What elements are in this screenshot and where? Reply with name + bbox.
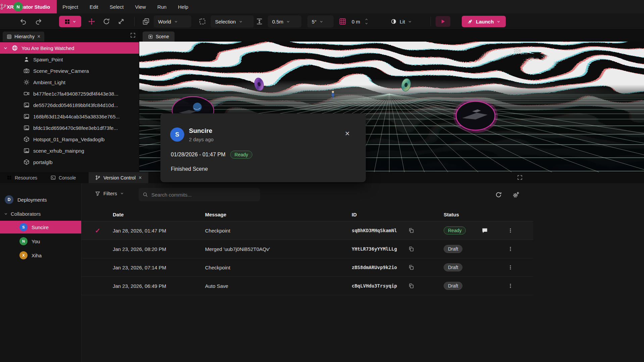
tree-item-spawn-point[interactable]: Spawn_Point [0,54,139,65]
step-up-icon[interactable] [365,18,368,21]
tab-console[interactable]: Console [44,172,83,183]
status-badge: Ready [230,151,252,159]
menu-project[interactable]: Project [57,0,84,13]
collaborators-header[interactable]: Collaborators [0,207,81,220]
commit-row[interactable]: Jan 23, 2026, 07:14 PM Checkpoint zBS8dm… [82,258,533,277]
scale-tool-button[interactable] [117,18,125,25]
cube-icon [23,159,30,165]
refresh-icon[interactable] [495,191,502,198]
view-layout-button[interactable] [59,16,81,27]
tab-console-label: Console [59,175,76,180]
commit-row[interactable]: Jan 23, 2026, 08:20 PM Merged 'uub7j0NiB… [82,240,533,258]
chevron-down-icon [72,20,76,23]
column-id: ID [352,212,357,217]
tree-item-image-asset[interactable]: 168bf63d124b44cab345a38336e765... [0,111,139,122]
tree-item-scene-root[interactable]: You Are Being Watched [0,42,139,54]
scene-settings-gear-icon[interactable] [513,46,522,55]
menu-help[interactable]: Help [172,0,194,13]
expand-icon[interactable] [130,33,136,38]
selection-mode-dropdown[interactable]: Selection [211,15,254,28]
move-tool-button[interactable] [88,18,95,25]
menu-select[interactable]: Select [104,0,130,13]
close-icon[interactable]: × [37,34,40,39]
tree-item-ambient-light[interactable]: Ambient_Light [0,76,139,88]
tab-hierarchy[interactable]: Hierarchy × [3,32,44,42]
close-icon[interactable]: × [139,175,142,180]
commit-date: Jan 23, 2026, 08:20 PM [113,246,166,252]
collaborator-suncire[interactable]: S Suncire [0,221,81,234]
chevron-down-icon[interactable] [3,46,8,50]
lit-mode-dropdown[interactable]: Lit [391,15,412,28]
commit-row[interactable]: Jan 23, 2026, 06:49 PM Auto Save cBqLVHd… [82,277,533,295]
grid-offset-stepper[interactable]: 0 m [352,15,368,28]
tree-item-video-asset[interactable]: b477fee1c7fa494087259df4f443e38... [0,88,139,99]
snap-distribute-icon[interactable] [256,18,263,25]
tree-item-portal[interactable]: portalglb [0,156,139,168]
tab-resources[interactable]: Resources [0,172,44,183]
hierarchy-icon [7,34,12,39]
user-avatar[interactable]: N [13,2,23,11]
copy-icon[interactable] [408,283,414,289]
kebab-menu-icon[interactable] [508,265,513,270]
hierarchy-tabbar: Hierarchy × [0,30,139,42]
search-box [139,188,260,201]
tree-item-image-asset[interactable]: de55726dcd0546189bbf43fc84d10d... [0,99,139,111]
transform-space-icon[interactable] [142,18,150,25]
comment-icon[interactable] [482,227,488,234]
copy-icon[interactable] [408,246,414,252]
copy-icon[interactable] [408,228,414,234]
camera-icon [23,68,30,74]
collaborator-you[interactable]: N You [0,235,81,248]
grid-snap-icon[interactable] [339,18,346,25]
rotate-tool-button[interactable] [103,18,110,25]
tab-version-control[interactable]: Version Control × [89,172,148,183]
collaborator-avatar: X [19,251,28,259]
selection-box-icon[interactable] [199,18,206,25]
commit-date: Jan 23, 2026, 06:49 PM [113,283,166,289]
expand-icon[interactable] [517,175,523,180]
image-icon [23,102,30,108]
world-space-dropdown[interactable]: World [154,15,191,28]
play-icon [440,19,446,24]
copy-icon[interactable] [408,265,414,270]
play-button[interactable] [436,16,450,27]
step-down-icon[interactable] [365,22,368,25]
menu-edit[interactable]: Edit [84,0,104,13]
tree-item-hotspot[interactable]: Hotspot_01_Rampa_Vedadoglb [0,134,139,145]
current-commit-check-icon: ✓ [95,227,100,235]
commit-timestamp: 01/28/2026 - 01:47 PM [171,152,226,158]
search-input[interactable] [151,192,256,198]
rocket-icon [467,19,473,24]
commit-row[interactable]: ✓ Jan 28, 2026, 01:47 PM Checkpoint sqBh… [82,221,533,240]
kebab-menu-icon[interactable] [508,228,513,233]
redo-button[interactable] [35,18,42,25]
branch-icon[interactable] [0,3,7,10]
tree-item-label: portalglb [33,159,53,165]
move-snap-value: 0.5m [272,19,283,24]
tree-item-scene-image[interactable]: scene_xrhub_mainpng [0,145,139,156]
tree-item-image-asset[interactable]: bfdc19cd6596470c98fee3eb1df73fe... [0,122,139,134]
rotate-snap-dropdown[interactable]: 5° [307,15,334,28]
tab-version-control-label: Version Control [103,175,136,180]
launch-button[interactable]: Launch [462,16,506,27]
sidebar-item-deployments[interactable]: D Deployments [0,193,81,206]
menu-run[interactable]: Run [152,0,172,13]
filters-button[interactable]: Filters [95,191,124,196]
kebab-menu-icon[interactable] [508,283,513,289]
kebab-menu-icon[interactable] [508,246,513,252]
chevron-down-icon [497,20,500,23]
sun-icon [23,79,30,85]
menu-view[interactable]: View [129,0,151,13]
rotate-snap-value: 5° [312,19,316,24]
commit-message: Checkpoint [205,228,230,234]
collaborator-xiha[interactable]: X Xiha [0,249,81,262]
launch-label: Launch [476,19,494,24]
commit-id: cBqLVHdu3Trsyqip [352,283,397,289]
undo-button[interactable] [19,18,27,25]
commit-settings-icon[interactable] [512,191,519,198]
move-snap-dropdown[interactable]: 0.5m [268,15,301,28]
tree-item-preview-camera[interactable]: Scene_Preview_Camera [0,65,139,76]
tab-scene[interactable]: Scene [143,32,175,42]
portal-right [454,100,497,132]
close-icon[interactable]: × [345,130,350,138]
